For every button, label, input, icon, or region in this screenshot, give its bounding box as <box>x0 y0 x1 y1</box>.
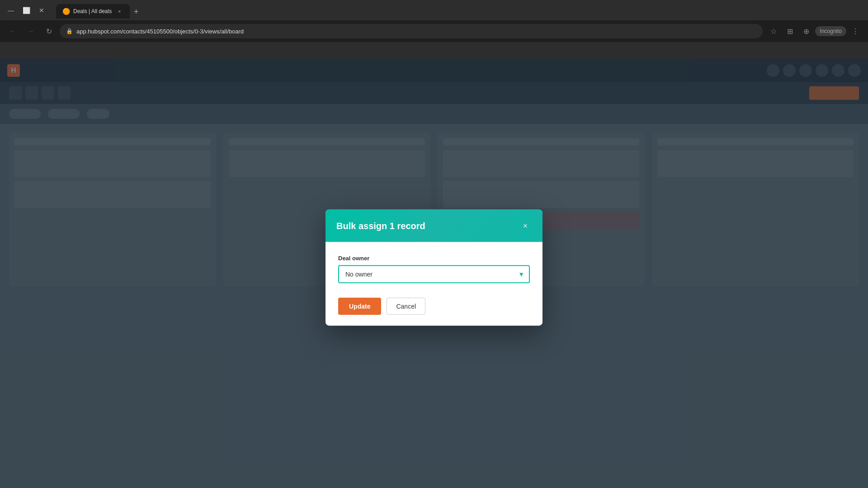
browser-chrome: — ⬜ ✕ 🟠 Deals | All deals × + ← → ↻ 🔒 ap… <box>0 0 868 59</box>
profile-button[interactable]: ⊕ <box>799 24 813 38</box>
bulk-assign-modal: Bulk assign 1 record × Deal owner No own… <box>326 210 542 326</box>
reload-button[interactable]: ↻ <box>42 24 56 38</box>
close-window-button[interactable]: ✕ <box>35 4 48 17</box>
update-button[interactable]: Update <box>338 298 381 315</box>
forward-button[interactable]: → <box>24 24 38 38</box>
bookmark-button[interactable]: ☆ <box>766 24 781 38</box>
browser-titlebar: — ⬜ ✕ 🟠 Deals | All deals × + <box>0 0 868 20</box>
modal-close-button[interactable]: × <box>519 220 532 232</box>
minimize-button[interactable]: — <box>5 4 17 17</box>
modal-header: Bulk assign 1 record × <box>326 210 542 242</box>
modal-footer: Update Cancel <box>326 298 542 326</box>
owner-select[interactable]: No owner Assign to me <box>338 265 530 283</box>
modal-body: Deal owner No owner Assign to me ▼ <box>326 242 542 298</box>
address-bar-row: ← → ↻ 🔒 app.hubspot.com/contacts/4510550… <box>0 20 868 42</box>
deal-owner-label: Deal owner <box>338 255 530 262</box>
tab-bar: 🟠 Deals | All deals × + <box>52 2 147 19</box>
extensions-button[interactable]: ⊞ <box>783 24 797 38</box>
cancel-button[interactable]: Cancel <box>387 298 425 315</box>
tab-title: Deals | All deals <box>73 8 112 14</box>
url-text: app.hubspot.com/contacts/45105500/object… <box>76 28 244 35</box>
browser-window-controls: — ⬜ ✕ <box>5 4 48 17</box>
incognito-label: Incognito <box>815 26 846 36</box>
tab-close-button[interactable]: × <box>115 7 123 15</box>
active-tab[interactable]: 🟠 Deals | All deals × <box>56 4 130 19</box>
menu-button[interactable]: ⋮ <box>848 24 863 38</box>
tab-favicon: 🟠 <box>62 8 70 15</box>
back-button[interactable]: ← <box>5 24 20 38</box>
address-bar[interactable]: 🔒 app.hubspot.com/contacts/45105500/obje… <box>60 24 763 38</box>
lock-icon: 🔒 <box>66 28 73 34</box>
browser-actions: ☆ ⊞ ⊕ Incognito ⋮ <box>766 24 863 38</box>
incognito-text: Incognito <box>820 28 842 34</box>
page-background: H <box>0 59 868 488</box>
maximize-button[interactable]: ⬜ <box>20 4 33 17</box>
new-tab-button[interactable]: + <box>130 6 142 19</box>
owner-select-wrapper: No owner Assign to me ▼ <box>338 265 530 283</box>
modal-title: Bulk assign 1 record <box>336 221 425 231</box>
